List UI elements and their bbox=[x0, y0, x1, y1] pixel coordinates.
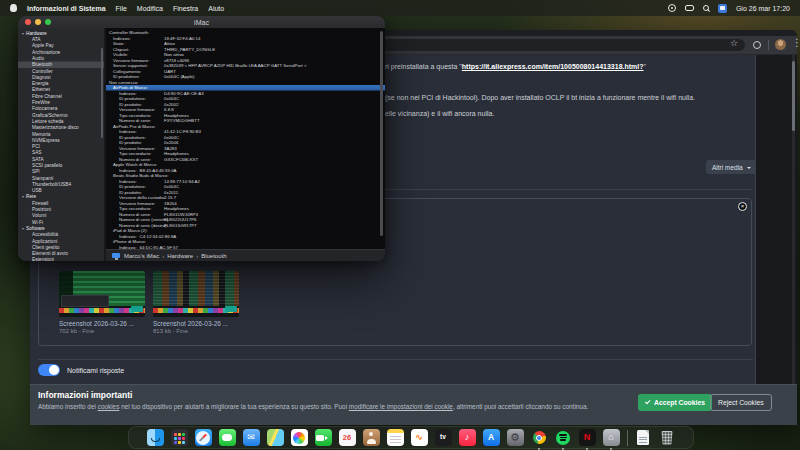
sidebar-scrollbar[interactable] bbox=[101, 48, 104, 138]
running-indicator bbox=[586, 448, 588, 450]
chevron-down-icon: ▾ bbox=[22, 31, 24, 37]
attachment-meta: 813 kb - Fine bbox=[153, 328, 239, 334]
notify-label: Notificami risposte bbox=[67, 367, 124, 374]
window-title: iMac bbox=[18, 19, 385, 26]
thumbnail-badge bbox=[131, 306, 143, 312]
cookie-banner: Informazioni importanti Abbiamo inserito… bbox=[30, 384, 797, 425]
spotlight-search-icon[interactable] bbox=[703, 5, 709, 11]
mac-icon bbox=[112, 253, 120, 258]
sidebar-item-estensioni[interactable]: Estensioni bbox=[18, 257, 105, 261]
scrollbar-thumb[interactable] bbox=[792, 61, 795, 131]
dock-document-icon[interactable] bbox=[635, 429, 652, 446]
dock-safari-icon[interactable] bbox=[195, 429, 212, 446]
dock-notes-icon[interactable] bbox=[387, 429, 404, 446]
divider bbox=[38, 359, 753, 360]
desktop: Informazioni di Sistema FileModificaFine… bbox=[0, 0, 800, 450]
dock-app-store-icon[interactable]: A bbox=[483, 429, 500, 446]
menu-finestra[interactable]: Finestra bbox=[173, 5, 198, 12]
dock-apple-tv-icon[interactable]: tv bbox=[435, 429, 452, 446]
dock-calendar-icon[interactable]: 26 bbox=[339, 429, 356, 446]
dock-trash-icon[interactable] bbox=[659, 429, 676, 446]
dock-photos-icon[interactable] bbox=[291, 429, 308, 446]
minimize-window-button[interactable] bbox=[35, 19, 41, 25]
aliexpress-link[interactable]: https://it.aliexpress.com/item/100500801… bbox=[462, 63, 644, 70]
breadcrumb: Marco's iMac›Hardware›Bluetooth bbox=[124, 253, 227, 259]
accept-cookies-button[interactable]: Accept Cookies bbox=[638, 394, 712, 411]
zoom-window-button[interactable] bbox=[45, 19, 51, 25]
sysinfo-status-bar: Marco's iMac›Hardware›Bluetooth bbox=[106, 249, 385, 261]
caret-down-icon bbox=[747, 167, 751, 171]
dock-netflix-icon[interactable]: N bbox=[579, 429, 596, 446]
menu-bar: Informazioni di Sistema FileModificaFine… bbox=[0, 0, 800, 16]
attachment-meta: 702 kb - Fine bbox=[59, 328, 145, 334]
bookmark-star-icon[interactable]: ☆ bbox=[730, 38, 738, 48]
chevron-down-icon: ▾ bbox=[22, 226, 24, 232]
dock-contacts-icon[interactable] bbox=[363, 429, 380, 446]
dock-mail-icon[interactable]: ✉ bbox=[243, 429, 260, 446]
dock-settings-icon[interactable]: ⚙ bbox=[507, 429, 524, 446]
window-title-bar[interactable]: iMac bbox=[18, 16, 385, 28]
menu-modifica[interactable]: Modifica bbox=[137, 5, 163, 12]
menu-aiuto[interactable]: Aiuto bbox=[208, 5, 224, 12]
dock-music-icon[interactable]: ♪ bbox=[459, 429, 476, 446]
bluetooth-info-pane: Controller Bluetooth:Indirizzo:18:4F:32:… bbox=[106, 28, 385, 249]
apple-menu-icon[interactable] bbox=[10, 4, 17, 12]
dock-divider bbox=[627, 430, 628, 446]
close-window-button[interactable] bbox=[25, 19, 31, 25]
breadcrumb-item: Hardware bbox=[167, 253, 193, 259]
attachment-filename[interactable]: Screenshot 2026-03-26 ... bbox=[59, 320, 145, 327]
running-indicator bbox=[538, 448, 540, 450]
info-scrollbar[interactable] bbox=[380, 31, 383, 236]
altri-media-button[interactable]: Altri media bbox=[706, 160, 757, 174]
running-indicator bbox=[562, 448, 564, 450]
dock-messages-icon[interactable] bbox=[219, 429, 236, 446]
attachment-filename[interactable]: Screenshot 2026-03-26 ... bbox=[153, 320, 239, 327]
dock-chrome-icon[interactable] bbox=[531, 429, 548, 446]
dock-launchpad-icon[interactable] bbox=[171, 429, 188, 446]
screen-record-icon[interactable] bbox=[668, 4, 676, 12]
post-text-fragment: elle vicinanza) e il wifi ancora nulla. bbox=[385, 110, 494, 117]
attachment-thumbnail[interactable] bbox=[59, 271, 145, 317]
browser-scrollbar[interactable] bbox=[792, 55, 795, 425]
display-icon[interactable] bbox=[685, 5, 694, 11]
input-source-icon[interactable] bbox=[718, 4, 727, 13]
close-icon[interactable]: × bbox=[738, 202, 747, 211]
notify-row: Notificami risposte bbox=[38, 364, 124, 376]
dock-spotify-icon[interactable] bbox=[555, 429, 572, 446]
reject-cookies-button[interactable]: Reject Cookies bbox=[710, 394, 772, 411]
dock-waveform-icon[interactable]: ∿ bbox=[411, 429, 428, 446]
dock: ✉26∿tv♪A⚙N⌂ bbox=[128, 426, 694, 449]
attachment-card[interactable]: Screenshot 2026-03-26 ... 702 kb - Fine bbox=[59, 271, 145, 334]
attachment-card[interactable]: Screenshot 2026-03-26 ... 813 kb - Fine bbox=[153, 271, 239, 334]
notify-toggle[interactable] bbox=[38, 364, 60, 376]
cookie-settings-link[interactable]: modificare le impostazioni dei cookie bbox=[349, 403, 453, 410]
sysinfo-sidebar: ▾HardwareATAApple PayArchiviazioneAudioB… bbox=[18, 28, 105, 261]
attachment-list: Screenshot 2026-03-26 ... 702 kb - Fine … bbox=[59, 271, 239, 334]
profile-avatar[interactable] bbox=[775, 39, 786, 50]
system-information-window: iMac ▾HardwareATAApple PayArchiviazioneA… bbox=[18, 16, 385, 261]
content-right-rail bbox=[755, 55, 797, 384]
post-text-fragment: ri preinstallata a questa "https://it.al… bbox=[385, 63, 646, 70]
menu-app-name[interactable]: Informazioni di Sistema bbox=[27, 5, 106, 12]
chevron-down-icon: ▾ bbox=[22, 194, 24, 200]
dock-finder-icon[interactable] bbox=[147, 429, 164, 446]
attachment-thumbnail[interactable] bbox=[153, 271, 239, 317]
breadcrumb-item: Bluetooth bbox=[201, 253, 226, 259]
browser-menu-icon[interactable]: ⋮ bbox=[792, 37, 800, 48]
post-text-fragment: (se non nei PCI di Hackintool). Dopo ave… bbox=[385, 94, 695, 101]
check-icon bbox=[645, 399, 650, 404]
thumbnail-badge bbox=[225, 306, 237, 312]
cookies-link[interactable]: cookies bbox=[98, 403, 120, 410]
running-indicator bbox=[610, 448, 612, 450]
toolbar-divider bbox=[768, 40, 769, 50]
extension-icon[interactable] bbox=[753, 41, 761, 49]
breadcrumb-item: Marco's iMac bbox=[124, 253, 159, 259]
dock-utilities-icon[interactable]: ⌂ bbox=[603, 429, 620, 446]
toggle-knob bbox=[49, 365, 59, 375]
dock-facetime-icon[interactable] bbox=[315, 429, 332, 446]
menu-bar-clock[interactable]: Gio 26 mar 17:20 bbox=[736, 5, 790, 12]
menu-file[interactable]: File bbox=[116, 5, 127, 12]
dock-maps-icon[interactable] bbox=[267, 429, 284, 446]
